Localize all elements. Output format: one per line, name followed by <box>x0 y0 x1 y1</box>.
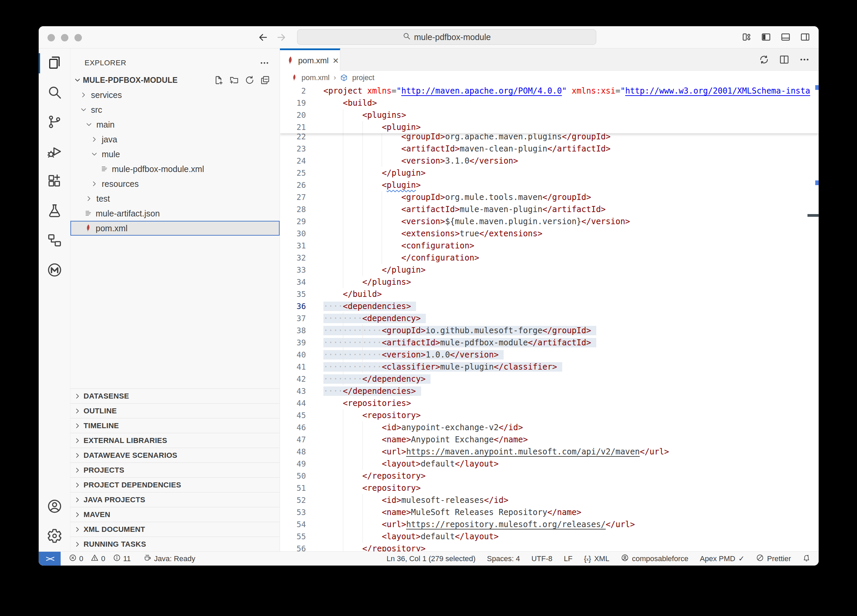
code-line-25[interactable]: 25 </plugin> <box>280 167 818 179</box>
line-number[interactable]: 25 <box>280 167 323 179</box>
activity-bar-item-references[interactable] <box>39 226 70 256</box>
sidebar-section-running-tasks[interactable]: RUNNING TASKS <box>70 537 280 551</box>
code-line-35[interactable]: 35 </build> <box>280 288 818 300</box>
sidebar-section-project-dependencies[interactable]: PROJECT DEPENDENCIES <box>70 477 280 492</box>
status-notifications[interactable] <box>799 552 814 566</box>
minimize-window-button[interactable] <box>61 34 68 42</box>
explorer-more-actions-icon[interactable] <box>259 58 269 68</box>
line-number[interactable]: 27 <box>280 191 323 203</box>
status-prettier[interactable]: Prettier <box>753 552 794 566</box>
code-line-44[interactable]: 44 <repositories> <box>280 397 818 409</box>
status-problems-error[interactable]: 0 <box>67 552 85 566</box>
activity-bar-item-search[interactable] <box>39 78 70 108</box>
line-number[interactable]: 22 <box>280 133 323 143</box>
code-line-51[interactable]: 51 <repository> <box>280 482 818 494</box>
code-line-43[interactable]: 43····</dependencies> <box>280 385 818 397</box>
code-line-45[interactable]: 45 <repository> <box>280 409 818 421</box>
command-center-search[interactable]: mule-pdfbox-module <box>297 29 596 45</box>
status-language-mode[interactable]: {x}XML <box>580 552 613 566</box>
toggle-secondary-sidebar-icon[interactable] <box>800 32 811 42</box>
sync-changes-icon[interactable] <box>759 54 769 65</box>
code-line-29[interactable]: 29 <version>${mule.maven.plugin.version}… <box>280 215 818 227</box>
line-number[interactable]: 37 <box>280 312 323 324</box>
tree-item-mule-artifact-json[interactable]: mule-artifact.json <box>70 206 280 221</box>
project-root-row[interactable]: MULE-PDFBOX-MODULE <box>70 73 280 88</box>
code-line-24[interactable]: 24 <version>3.1.0</version> <box>280 155 818 167</box>
status-cursor-position[interactable]: Ln 36, Col 1 (279 selected) <box>383 552 479 566</box>
code-editor[interactable]: 2<project xmlns="http://maven.apache.org… <box>280 85 818 551</box>
sidebar-section-timeline[interactable]: TIMELINE <box>70 418 280 433</box>
status-java-ready[interactable]: Java: Ready <box>141 552 197 566</box>
line-number[interactable]: 44 <box>280 397 323 409</box>
close-window-button[interactable] <box>48 34 55 42</box>
remote-indicator[interactable]: >< <box>39 552 60 566</box>
line-number[interactable]: 32 <box>280 252 323 264</box>
code-line-22[interactable]: 22 <groupId>org.apache.maven.plugins</gr… <box>280 133 818 143</box>
line-number[interactable]: 33 <box>280 264 323 276</box>
code-line-48[interactable]: 48 <url>https://maven.anypoint.mulesoft.… <box>280 446 818 458</box>
tab-close-icon[interactable]: × <box>333 56 339 66</box>
sidebar-section-projects[interactable]: PROJECTS <box>70 463 280 477</box>
code-line-27[interactable]: 27 <groupId>org.mule.tools.maven</groupI… <box>280 191 818 203</box>
tree-item-main[interactable]: main <box>70 117 280 132</box>
activity-bar-item-settings[interactable] <box>39 522 70 551</box>
status-indentation[interactable]: Spaces: 4 <box>484 552 523 566</box>
line-number[interactable]: 41 <box>280 361 323 373</box>
line-number[interactable]: 34 <box>280 276 323 288</box>
code-line-37[interactable]: 37········<dependency> <box>280 312 818 324</box>
code-line-20[interactable]: 20 <plugins> <box>280 109 818 121</box>
tree-item-resources[interactable]: resources <box>70 176 280 191</box>
tab-pom-xml[interactable]: pom.xml × <box>280 48 340 71</box>
code-line-32[interactable]: 32 </configuration> <box>280 252 818 264</box>
code-line-50[interactable]: 50 </repository> <box>280 470 818 482</box>
sidebar-section-java-projects[interactable]: JAVA PROJECTS <box>70 492 280 507</box>
status-apex-pmd[interactable]: Apex PMD✓ <box>696 552 748 566</box>
line-number[interactable]: 30 <box>280 227 323 240</box>
line-number[interactable]: 36 <box>280 300 323 312</box>
code-line-21[interactable]: 21 <plugin> <box>280 121 818 133</box>
line-number[interactable]: 31 <box>280 240 323 252</box>
sidebar-section-outline[interactable]: OUTLINE <box>70 403 280 418</box>
tree-item-src[interactable]: src <box>70 102 280 117</box>
code-line-49[interactable]: 49 <layout>default</layout> <box>280 458 818 470</box>
line-number[interactable]: 56 <box>280 543 323 551</box>
customize-layout-icon[interactable] <box>741 32 752 42</box>
line-number[interactable]: 28 <box>280 203 323 215</box>
code-line-28[interactable]: 28 <artifactId>mule-maven-plugin</artifa… <box>280 203 818 215</box>
line-number[interactable]: 23 <box>280 143 323 155</box>
code-line-19[interactable]: 19 <build> <box>280 97 818 109</box>
status-problems-warn[interactable]: 0 <box>88 552 107 566</box>
activity-bar-item-accounts[interactable] <box>39 492 70 522</box>
line-number[interactable]: 39 <box>280 337 323 349</box>
activity-bar-item-source-control[interactable] <box>39 108 70 137</box>
toggle-panel-icon[interactable] <box>780 32 791 42</box>
tree-item-mule[interactable]: mule <box>70 147 280 162</box>
line-number[interactable]: 38 <box>280 324 323 337</box>
code-line-53[interactable]: 53 <name>MuleSoft Releases Repository</n… <box>280 506 818 519</box>
status-encoding[interactable]: UTF-8 <box>528 552 555 566</box>
status-eol[interactable]: LF <box>560 552 576 566</box>
line-number[interactable]: 21 <box>280 121 323 133</box>
line-number[interactable]: 29 <box>280 215 323 227</box>
line-number[interactable]: 2 <box>280 85 323 97</box>
sidebar-section-datasense[interactable]: DATASENSE <box>70 389 280 403</box>
activity-bar-item-run-debug[interactable] <box>39 137 70 167</box>
status-account[interactable]: composableforce <box>617 552 692 566</box>
code-line-47[interactable]: 47 <name>Anypoint Exchange</name> <box>280 434 818 446</box>
code-line-54[interactable]: 54 <url>https://repository.mulesoft.org/… <box>280 519 818 531</box>
line-number[interactable]: 26 <box>280 179 323 191</box>
code-line-55[interactable]: 55 <layout>default</layout> <box>280 531 818 543</box>
code-line-23[interactable]: 23 <artifactId>maven-clean-plugin</artif… <box>280 143 818 155</box>
code-line-52[interactable]: 52 <id>mulesoft-releases</id> <box>280 494 818 506</box>
code-line-56[interactable]: 56 </repository> <box>280 543 818 551</box>
activity-bar-item-explorer[interactable] <box>39 48 70 78</box>
line-number[interactable]: 51 <box>280 482 323 494</box>
line-number[interactable]: 46 <box>280 421 323 434</box>
tree-item-test[interactable]: test <box>70 191 280 206</box>
line-number[interactable]: 52 <box>280 494 323 506</box>
breadcrumb-item-symbol[interactable]: project <box>352 73 374 82</box>
line-number[interactable]: 24 <box>280 155 323 167</box>
code-line-41[interactable]: 41············<classifier>mule-plugin</c… <box>280 361 818 373</box>
breadcrumb-item-file[interactable]: pom.xml <box>302 73 329 82</box>
line-number[interactable]: 43 <box>280 385 323 397</box>
